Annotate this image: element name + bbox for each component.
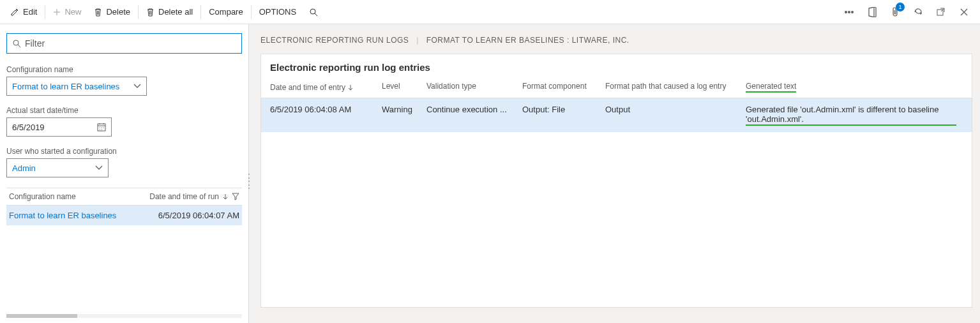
user-label: User who started a configuration [6,147,242,156]
delete-all-button[interactable]: Delete all [140,1,199,24]
edit-button[interactable]: Edit [4,1,43,24]
sort-down-icon [223,193,228,200]
cell-validation-type: Continue execution ... [426,105,522,114]
start-date-input[interactable]: 6/5/2019 [6,117,112,137]
delete-button[interactable]: Delete [87,1,137,24]
config-name-label: Configuration name [6,65,242,74]
toolbar-separator [138,5,139,19]
breadcrumb-separator: | [416,36,419,45]
svg-point-0 [310,9,315,14]
col-run-date[interactable]: Date and time of run [139,192,239,201]
config-name-select[interactable]: Format to learn ER baselines [6,77,147,96]
start-date-field: Actual start date/time 6/5/2019 [6,106,242,137]
col-config-name[interactable]: Configuration name [9,192,139,201]
svg-point-1 [845,11,847,13]
log-table-header: Date and time of entry Level Validation … [261,82,972,98]
cell-date: 6/5/2019 06:04:08 AM [270,105,382,114]
search-icon [309,8,318,17]
cell-format-path: Output [605,105,746,114]
sort-down-icon [348,84,353,91]
row-config-name: Format to learn ER baselines [9,211,139,220]
cell-format-component: Output: File [522,105,605,114]
delete-label: Delete [106,7,130,17]
splitter-handle[interactable] [246,174,252,189]
toolbar-separator [45,5,45,19]
plus-icon [53,8,61,16]
calendar-icon [97,123,106,131]
config-name-field: Configuration name Format to learn ER ba… [6,65,242,96]
options-label: OPTIONS [259,7,297,17]
compare-button[interactable]: Compare [202,1,249,24]
chevron-down-icon [133,84,141,89]
start-date-value: 6/5/2019 [12,123,45,132]
filter-pane: Configuration name Format to learn ER ba… [0,24,249,323]
config-name-value: Format to learn ER baselines [12,82,119,91]
col-validation-type[interactable]: Validation type [426,82,522,93]
popout-icon[interactable] [935,6,947,18]
side-hscroll[interactable] [6,314,242,319]
col-format-path[interactable]: Format path that caused a log entry [605,82,746,93]
col-format-component[interactable]: Format component [522,82,605,93]
close-icon[interactable] [958,6,970,18]
user-field: User who started a configuration Admin [6,147,242,177]
office-icon[interactable] [866,6,878,18]
compare-label: Compare [209,7,243,17]
user-value: Admin [12,163,36,173]
main-layout: Configuration name Format to learn ER ba… [0,24,980,323]
svg-point-3 [851,11,854,13]
col-generated-text[interactable]: Generated text [746,82,963,93]
svg-point-5 [13,40,19,45]
filter-input[interactable] [25,38,236,49]
runs-grid-header: Configuration name Date and time of run [6,188,242,206]
search-icon [12,39,21,48]
find-button[interactable] [303,1,328,24]
options-button[interactable]: OPTIONS [253,1,303,24]
attachment-icon[interactable]: 1 [889,6,901,18]
panel-title: Electronic reporting run log entries [261,54,972,82]
notification-badge: 1 [896,3,905,11]
pencil-icon [10,8,19,17]
content-pane: ELECTRONIC REPORTING RUN LOGS | FORMAT T… [249,24,980,323]
chevron-down-icon [95,165,103,170]
col-date[interactable]: Date and time of entry [270,82,382,93]
toolbar-separator [251,5,252,19]
log-table-row[interactable]: 6/5/2019 06:04:08 AM Warning Continue ex… [261,98,972,132]
filter-icon[interactable] [232,193,239,200]
breadcrumb: ELECTRONIC REPORTING RUN LOGS | FORMAT T… [260,36,972,45]
refresh-icon[interactable] [912,6,924,18]
cell-generated-text: Generated file 'out.Admin.xml' is differ… [746,105,963,126]
start-date-label: Actual start date/time [6,106,242,115]
col-level[interactable]: Level [382,82,426,93]
trash-icon [94,8,102,17]
breadcrumb-current: FORMAT TO LEARN ER BASELINES : LITWARE, … [426,36,629,45]
filter-field[interactable] [6,33,242,54]
delete-all-label: Delete all [158,7,193,17]
cell-level: Warning [382,105,426,114]
runs-grid-row[interactable]: Format to learn ER baselines 6/5/2019 06… [6,206,242,225]
ext-icon[interactable] [843,6,855,18]
breadcrumb-root[interactable]: ELECTRONIC REPORTING RUN LOGS [260,36,409,45]
log-entries-panel: Electronic reporting run log entries Dat… [260,54,972,308]
new-label: New [64,7,81,17]
row-run-date: 6/5/2019 06:04:07 AM [139,211,239,220]
svg-point-2 [848,11,850,13]
trash-icon [146,8,155,17]
global-controls: 1 [843,6,976,18]
user-select[interactable]: Admin [6,158,109,177]
toolbar-separator [200,5,201,19]
command-bar: Edit New Delete Delete all Compare OPTIO… [0,0,980,24]
new-button[interactable]: New [47,1,87,24]
edit-label: Edit [23,7,37,17]
